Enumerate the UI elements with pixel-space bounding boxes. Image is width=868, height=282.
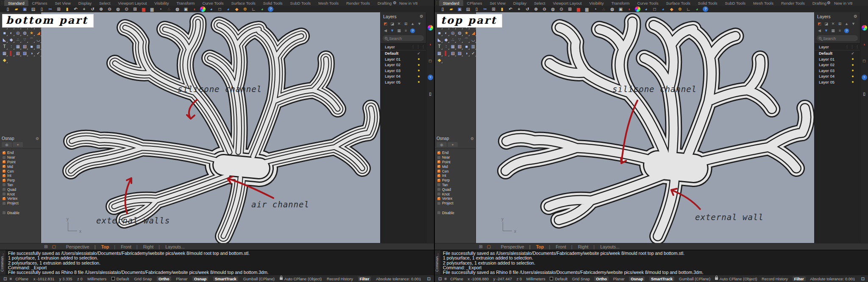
viewport[interactable]: silicone channel external wall y x	[476, 12, 814, 243]
layer-state-icon[interactable]: ●	[416, 63, 422, 67]
layers-search-input[interactable]	[389, 36, 422, 41]
save-icon[interactable]: ▣	[457, 6, 462, 12]
open-folder-icon[interactable]: ▰	[14, 6, 19, 12]
open-folder-icon[interactable]: ▰	[448, 6, 454, 12]
zoom-icon[interactable]: ⊕	[98, 6, 104, 12]
boolean-union-icon[interactable]: ∴	[15, 36, 21, 43]
status-segment[interactable]: Grid Snap	[572, 276, 590, 281]
osnap-checkbox[interactable]	[3, 202, 6, 205]
layer-state-icon[interactable]: ●	[416, 57, 422, 61]
status-segment[interactable]: z 0	[77, 276, 83, 281]
explode-icon[interactable]: ★	[463, 30, 470, 36]
menu-gear-icon[interactable]: ⚙	[827, 0, 831, 6]
menu-item[interactable]: Standard	[439, 0, 463, 6]
layer-row[interactable]: Layer 04 ●	[381, 73, 426, 79]
layer-state-icon[interactable]: ●	[850, 63, 856, 67]
box-icon[interactable]: ■	[436, 30, 442, 36]
status-segment[interactable]: Filter	[358, 276, 371, 281]
osnap-checkbox[interactable]	[437, 202, 440, 205]
extrude-icon[interactable]: ◢	[470, 30, 476, 36]
notebook-icon[interactable]: ▨	[456, 50, 463, 56]
extrude-icon[interactable]: ◢	[35, 30, 42, 36]
osnap-option[interactable]: Vertex	[437, 196, 476, 201]
osnap-checkbox[interactable]	[3, 179, 6, 182]
menu-item[interactable]: Surface Tools	[227, 0, 259, 6]
osnap-option[interactable]: Near	[3, 155, 41, 160]
print-icon[interactable]: ▤	[465, 6, 471, 12]
osnap-option[interactable]: Int	[437, 173, 476, 178]
osnap-option[interactable]: Project	[3, 201, 41, 206]
paint-icon[interactable]: ▧	[456, 43, 463, 50]
notebook-icon[interactable]: ▨	[22, 50, 28, 56]
status-segment[interactable]: Osnap	[629, 276, 645, 281]
status-list-icon[interactable]: ≡	[444, 276, 447, 281]
array-copy-icon[interactable]: ▦	[15, 43, 21, 50]
layer-state-icon[interactable]: ●	[416, 80, 422, 84]
status-segment[interactable]: CPlane	[15, 276, 28, 281]
menu-item[interactable]: Solid Tools	[694, 0, 721, 6]
status-segment[interactable]: Auto CPlane (Object)	[715, 276, 757, 281]
delete-layer-icon[interactable]: ✕	[397, 22, 401, 26]
new-layer-icon[interactable]: ◩	[817, 22, 822, 26]
text-tool-icon[interactable]: T	[1, 43, 8, 50]
status-segment[interactable]: Ortho	[594, 276, 609, 281]
undo-icon[interactable]: ↶	[508, 6, 513, 12]
layer-row[interactable]: Layer 04 ●	[815, 73, 860, 79]
selection-filter-icon[interactable]: □	[652, 6, 657, 12]
viewport-tab[interactable]: Layouts...	[594, 244, 626, 249]
osnap-option[interactable]: Tan	[437, 183, 476, 187]
viewport-tab[interactable]: Top	[95, 244, 115, 249]
array-copy-icon[interactable]: ▦	[450, 43, 456, 50]
help-tab-icon[interactable]: ?	[428, 75, 433, 80]
lamp-icon[interactable]: ◍	[609, 6, 615, 12]
display-tab-icon[interactable]: □	[862, 58, 867, 64]
command-panel-tab[interactable]: Comman...	[435, 250, 440, 275]
save-icon[interactable]: ▣	[22, 6, 28, 12]
menu-item[interactable]: Curve Tools	[198, 0, 227, 6]
menu-item[interactable]: Select	[530, 0, 549, 6]
move-down-icon[interactable]: ▼	[851, 22, 856, 26]
osnap-checkbox[interactable]	[3, 170, 6, 173]
layers-search-input[interactable]	[823, 36, 856, 41]
status-segment[interactable]: SmartTrack	[649, 276, 674, 281]
status-panel-icon[interactable]: ⊡	[3, 276, 7, 281]
grid-view-icon[interactable]: ▦	[831, 28, 835, 33]
osnap-option[interactable]: Quad	[437, 187, 476, 192]
osnap-option[interactable]: Knot	[3, 192, 41, 196]
rhino-tab-icon[interactable]: ◖	[428, 42, 433, 47]
osnap-checkbox[interactable]	[437, 156, 440, 159]
help-icon[interactable]: ?	[703, 6, 708, 12]
layer-diamond-icon[interactable]: ◆	[1, 57, 8, 63]
osnap-option[interactable]: End	[3, 151, 41, 155]
viewport-tab[interactable]: Perspective	[60, 244, 95, 249]
osnap-points-tab-icon[interactable]: ◎	[437, 142, 447, 147]
osnap-disable-checkbox[interactable]	[437, 211, 440, 214]
layer-row[interactable]: Default ✓	[815, 50, 860, 56]
osnap-option[interactable]: Perp	[437, 178, 476, 183]
osnap-checkbox[interactable]	[3, 188, 6, 191]
render-preview-icon[interactable]: ▆	[584, 6, 590, 12]
menu-item[interactable]: Solid Tools	[259, 0, 287, 6]
world-icon[interactable]: ◕	[225, 6, 231, 12]
layer-diamond-icon[interactable]: ◆	[436, 57, 442, 63]
zoom-dynamic-icon[interactable]: ⊖	[542, 6, 547, 12]
status-segment[interactable]: Record History	[762, 276, 788, 281]
trim-icon[interactable]: ▧	[15, 50, 21, 56]
menu-gear-icon[interactable]: ⚙	[393, 0, 397, 6]
layer-state-icon[interactable]: ●	[850, 57, 856, 61]
status-segment[interactable]: y 3.335	[59, 276, 72, 281]
sphere-tool-icon[interactable]: ◐	[443, 30, 449, 36]
sphere-tool-icon[interactable]: ◐	[8, 30, 14, 36]
layer-state-icon[interactable]: ●	[416, 68, 422, 73]
osnap-smarttrack-tab-icon[interactable]: +	[13, 142, 23, 147]
layer-row[interactable]: Layer 02 ●	[815, 62, 860, 68]
status-segment[interactable]: y -247.447	[493, 276, 512, 281]
adjust-blend-icon[interactable]: ◡	[470, 36, 476, 43]
layer-help-icon[interactable]: ?	[844, 28, 849, 33]
patch-icon[interactable]: ◍	[22, 30, 28, 36]
rhino-logo-icon[interactable]: ◖	[626, 6, 632, 12]
osnap-points-tab-icon[interactable]: ◎	[2, 142, 12, 147]
status-segment[interactable]: Default	[111, 276, 129, 281]
zoom-dynamic-icon[interactable]: ⊖	[107, 6, 112, 12]
list-view-icon[interactable]: ≡	[837, 28, 842, 33]
